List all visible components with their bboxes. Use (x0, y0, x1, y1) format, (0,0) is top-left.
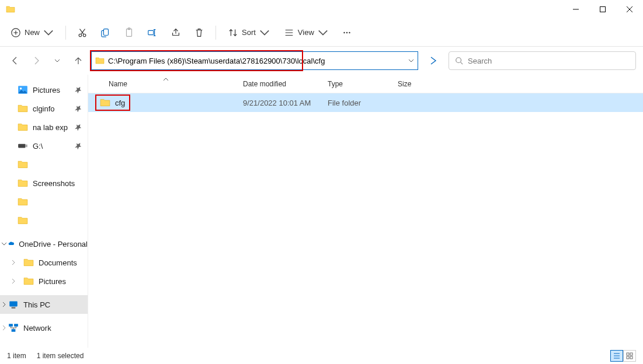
svg-rect-21 (627, 353, 629, 355)
column-header-type[interactable]: Type (328, 80, 398, 88)
search-input[interactable] (468, 57, 630, 65)
sidebar-item-clginfo[interactable]: clginfo (0, 99, 88, 118)
sidebar-item-folder[interactable] (0, 192, 88, 211)
new-label: New (25, 28, 40, 37)
forward-button[interactable] (28, 52, 44, 69)
column-headers: Name Date modified Type Size (88, 75, 643, 93)
share-button[interactable] (165, 22, 186, 43)
sidebar-item-folder[interactable] (0, 155, 88, 174)
folder-icon (18, 159, 28, 170)
file-type: File folder (328, 99, 398, 107)
file-row-cfg[interactable]: cfg 9/21/2022 10:01 AM File folder (88, 93, 643, 112)
folder-icon (95, 56, 105, 65)
sidebar-item-label: Network (23, 324, 51, 332)
sidebar-item-pictures[interactable]: Pictures (0, 80, 88, 99)
thumbnails-view-toggle[interactable] (623, 350, 636, 362)
pin-icon (75, 105, 82, 112)
pictures-icon (18, 85, 28, 95)
new-button[interactable]: New (5, 22, 60, 43)
close-button[interactable] (616, 0, 643, 19)
chevron-down-icon (43, 27, 54, 38)
svg-rect-18 (9, 324, 13, 327)
svg-point-3 (83, 34, 86, 37)
sidebar-item-network[interactable]: Network (0, 318, 88, 337)
minimize-button[interactable] (562, 0, 589, 19)
sidebar-item-na-lab-exp[interactable]: na lab exp (0, 118, 88, 136)
chevron-right-icon[interactable] (1, 302, 7, 307)
svg-rect-14 (18, 144, 25, 148)
pin-icon (75, 124, 82, 131)
ellipsis-icon (342, 27, 352, 38)
file-name: cfg (115, 99, 125, 107)
svg-point-9 (346, 32, 347, 33)
chevron-right-icon[interactable] (11, 260, 16, 265)
delete-button[interactable] (189, 22, 210, 43)
sidebar-item-folder[interactable] (0, 211, 88, 230)
column-header-date[interactable]: Date modified (243, 80, 328, 88)
chevron-right-icon[interactable] (11, 278, 16, 284)
svg-rect-15 (26, 145, 27, 148)
sidebar-item-label: na lab exp (33, 123, 68, 132)
sidebar-item-g-drive[interactable]: G:\ (0, 136, 88, 155)
folder-icon (18, 178, 28, 188)
pin-icon (75, 86, 82, 93)
cut-button[interactable] (72, 22, 93, 43)
recent-button[interactable] (49, 52, 65, 69)
column-header-name[interactable]: Name (88, 80, 243, 88)
svg-rect-4 (103, 29, 108, 35)
folder-icon (100, 97, 110, 108)
column-header-size[interactable]: Size (398, 80, 439, 88)
svg-point-13 (20, 88, 22, 89)
maximize-button[interactable] (589, 0, 616, 19)
chevron-down-icon[interactable] (1, 241, 7, 247)
sidebar-item-onedrive[interactable]: OneDrive - Personal (0, 235, 88, 253)
sort-asc-icon (163, 78, 169, 81)
title-bar (0, 0, 643, 19)
sidebar-item-label: Documents (39, 258, 77, 267)
sort-button[interactable]: Sort (222, 22, 276, 43)
svg-rect-17 (12, 307, 16, 309)
separator (216, 26, 216, 40)
back-button[interactable] (7, 52, 23, 69)
sidebar-item-label: Pictures (33, 86, 60, 94)
more-button[interactable] (336, 22, 357, 43)
svg-rect-5 (127, 29, 132, 36)
rename-icon (147, 27, 158, 38)
details-view-toggle[interactable] (610, 350, 623, 362)
paste-button[interactable] (119, 22, 140, 43)
address-bar[interactable] (91, 51, 418, 70)
scissors-icon (77, 27, 88, 38)
svg-point-8 (343, 32, 345, 33)
sidebar-item-this-pc[interactable]: This PC (0, 295, 88, 314)
svg-point-10 (349, 32, 350, 33)
search-box[interactable] (449, 51, 636, 70)
onedrive-icon (8, 239, 14, 249)
sidebar-item-documents[interactable]: Documents (0, 253, 88, 272)
command-bar: New Sort View (0, 19, 643, 47)
pin-icon (75, 142, 82, 149)
chevron-down-icon (259, 27, 270, 38)
sidebar-item-label: Pictures (39, 277, 66, 286)
svg-rect-7 (148, 30, 154, 34)
sidebar-item-pictures2[interactable]: Pictures (0, 272, 88, 290)
copy-button[interactable] (95, 22, 116, 43)
folder-icon (23, 257, 34, 268)
paste-icon (124, 27, 134, 38)
status-item-count: 1 item (7, 352, 26, 360)
go-button[interactable] (423, 51, 444, 70)
usb-drive-icon (18, 141, 28, 151)
details-icon (613, 352, 620, 359)
status-selected-count: 1 item selected (37, 352, 84, 360)
chevron-right-icon[interactable] (1, 325, 7, 331)
chevron-down-icon[interactable] (408, 58, 414, 64)
folder-icon (18, 122, 28, 132)
up-button[interactable] (70, 52, 86, 69)
sort-icon (228, 27, 238, 38)
sidebar-item-screenshots[interactable]: Screenshots (0, 174, 88, 192)
view-button[interactable]: View (278, 22, 334, 43)
rename-button[interactable] (142, 22, 163, 43)
address-input[interactable] (108, 57, 405, 65)
search-icon (455, 57, 463, 65)
file-list-pane: Name Date modified Type Size cfg 9/21/20… (88, 75, 643, 348)
view-label: View (298, 28, 314, 37)
